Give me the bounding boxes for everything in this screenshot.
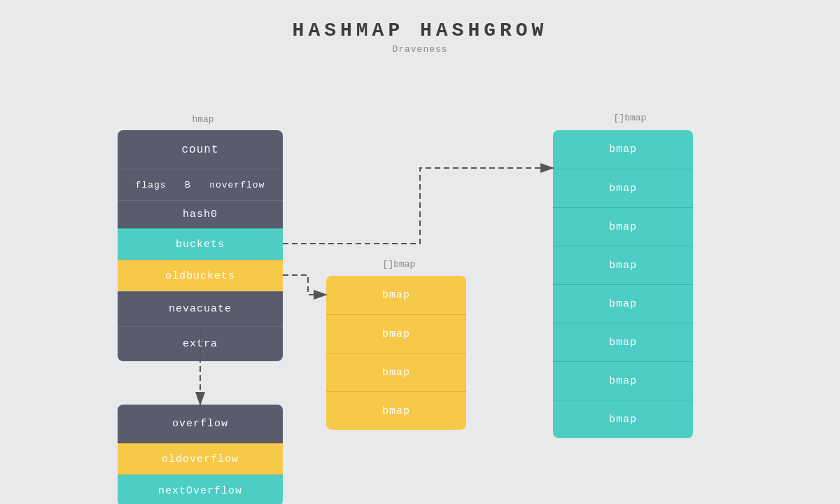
hmap-extra: extra [118, 326, 283, 361]
bmap-teal-2: bmap [553, 207, 693, 246]
bmap-teal-label: []bmap [588, 113, 672, 123]
bmap-teal-box: bmap bmap bmap bmap bmap bmap bmap bmap [553, 130, 693, 438]
bmap-yellow-box: bmap bmap bmap bmap [326, 276, 466, 430]
oldbuckets-arrow [283, 275, 326, 295]
hmap-label: hmap [161, 114, 245, 125]
bmap-yellow-1: bmap [326, 314, 466, 353]
bmap-teal-3: bmap [553, 246, 693, 284]
bmap-yellow-2: bmap [326, 353, 466, 391]
mapextra-oldoverflow: oldoverflow [118, 443, 283, 475]
bmap-yellow-0: bmap [326, 276, 466, 314]
bmap-teal-0: bmap [553, 130, 693, 169]
bmap-teal-6: bmap [553, 361, 693, 400]
bmap-teal-7: bmap [553, 400, 693, 438]
page-subtitle: Draveness [0, 44, 840, 55]
mapextra-nextoverflow: nextOverflow [118, 475, 283, 504]
hmap-buckets: buckets [118, 228, 283, 260]
hmap-count: count [118, 130, 283, 169]
diagram: hmap count flags B noverflow hash0 bucke… [0, 62, 840, 503]
mapextra-overflow: overflow [118, 405, 283, 443]
hmap-flags: flags B noverflow [118, 169, 283, 200]
bmap-teal-1: bmap [553, 169, 693, 207]
bmap-yellow-label: []bmap [343, 259, 455, 270]
bmap-teal-4: bmap [553, 284, 693, 323]
hmap-hash0: hash0 [118, 200, 283, 228]
bmap-yellow-3: bmap [326, 391, 466, 430]
hmap-oldbuckets: oldbuckets [118, 260, 283, 291]
hmap-box: count flags B noverflow hash0 buckets ol… [118, 130, 283, 361]
hmap-nevacuate: nevacuate [118, 291, 283, 326]
bmap-teal-5: bmap [553, 323, 693, 361]
page-title: HASHMAP HASHGROW [0, 0, 840, 41]
buckets-arrow [283, 168, 553, 244]
mapextra-box: overflow oldoverflow nextOverflow [118, 405, 283, 504]
